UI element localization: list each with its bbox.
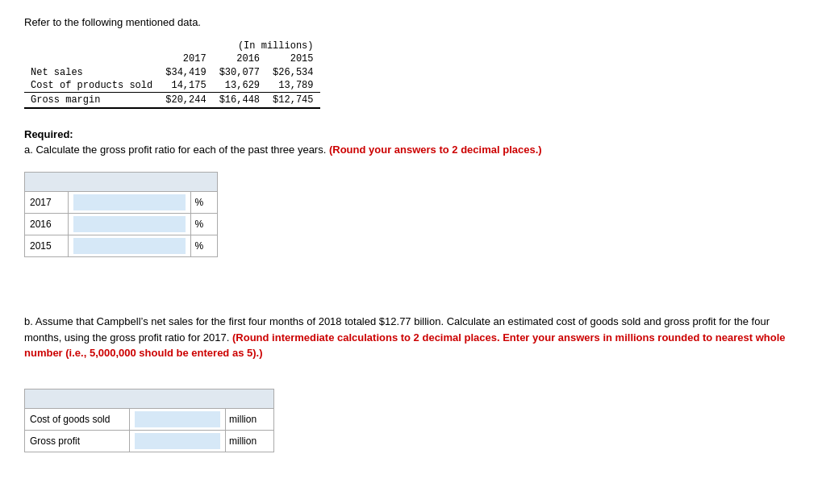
year-2017-input-cell bbox=[69, 192, 191, 214]
net-sales-label: Net sales bbox=[24, 66, 159, 79]
cost-products-2015: 13,789 bbox=[266, 79, 319, 93]
pct-symbol-2016: % bbox=[191, 214, 218, 235]
gross-margin-2017: $20,244 bbox=[159, 93, 212, 109]
cost-products-2016: 13,629 bbox=[213, 79, 266, 93]
year-2015-input-cell bbox=[69, 235, 191, 257]
col-header-2016: 2016 bbox=[213, 53, 266, 66]
part-a-header bbox=[25, 173, 218, 192]
gross-profit-input[interactable] bbox=[135, 433, 221, 449]
pct-symbol-2017: % bbox=[191, 192, 218, 214]
part-a-bold: (Round your answers to 2 decimal places.… bbox=[329, 144, 542, 156]
cost-goods-sold-input-cell bbox=[129, 408, 226, 430]
gross-profit-label: Gross profit bbox=[25, 430, 130, 452]
year-2016-input-cell bbox=[69, 214, 191, 235]
cost-goods-sold-input[interactable] bbox=[135, 411, 221, 427]
year-2016: 2016 bbox=[25, 214, 69, 235]
part-b-header bbox=[25, 389, 274, 408]
gross-profit-input-cell bbox=[129, 430, 226, 452]
cost-products-label: Cost of products sold bbox=[24, 79, 159, 93]
col-header-2015: 2015 bbox=[266, 53, 319, 66]
table-row: Gross profit million bbox=[25, 430, 274, 452]
year-2017: 2017 bbox=[25, 192, 69, 214]
table-row: 2016 % bbox=[25, 214, 218, 235]
net-sales-2016: $30,077 bbox=[213, 66, 266, 79]
pct-symbol-2015: % bbox=[191, 235, 218, 257]
year-2016-input[interactable] bbox=[73, 216, 186, 232]
table-row: 2017 % bbox=[25, 192, 218, 214]
table-row: 2015 % bbox=[25, 235, 218, 257]
year-2015: 2015 bbox=[25, 235, 69, 257]
data-table: (In millions) 2017 2016 2015 Net sales $… bbox=[24, 40, 320, 109]
net-sales-2017: $34,419 bbox=[159, 66, 212, 79]
table-row: Cost of goods sold million bbox=[25, 408, 274, 430]
part-a-table: 2017 % 2016 % 2015 % bbox=[24, 172, 218, 257]
year-2017-input[interactable] bbox=[73, 194, 186, 210]
col-header-2017: 2017 bbox=[159, 53, 212, 66]
year-2015-input[interactable] bbox=[73, 238, 186, 254]
gross-profit-unit: million bbox=[226, 430, 274, 452]
part-a-text: a. Calculate the gross profit ratio for … bbox=[24, 144, 802, 156]
part-b-table: Cost of goods sold million Gross profit … bbox=[24, 389, 274, 452]
cost-products-2017: 14,175 bbox=[159, 79, 212, 93]
gross-margin-label: Gross margin bbox=[24, 93, 159, 109]
cost-goods-sold-label: Cost of goods sold bbox=[25, 408, 130, 430]
required-label: Required: bbox=[24, 128, 802, 140]
part-a-instruction: a. Calculate the gross profit ratio for … bbox=[24, 144, 326, 156]
part-b-text: b. Assume that Campbell’s net sales for … bbox=[24, 314, 802, 361]
required-section: Required: a. Calculate the gross profit … bbox=[24, 128, 802, 156]
gross-margin-2015: $12,745 bbox=[266, 93, 319, 109]
intro-text: Refer to the following mentioned data. bbox=[24, 16, 802, 28]
caption: (In millions) bbox=[159, 40, 319, 53]
net-sales-2015: $26,534 bbox=[266, 66, 319, 79]
data-table-wrapper: (In millions) 2017 2016 2015 Net sales $… bbox=[24, 40, 802, 109]
cost-goods-sold-unit: million bbox=[226, 408, 274, 430]
gross-margin-2016: $16,448 bbox=[213, 93, 266, 109]
